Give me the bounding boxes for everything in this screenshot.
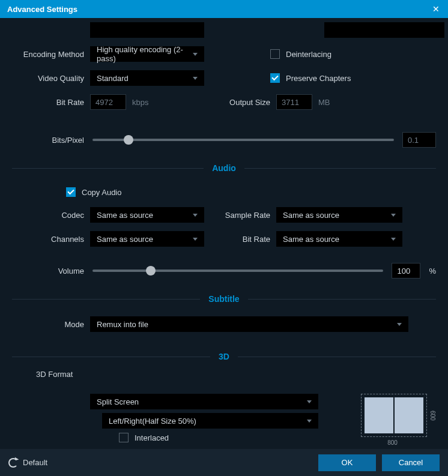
subtitle-mode-label: Mode: [12, 320, 84, 329]
sample-rate-select[interactable]: Same as source: [276, 207, 402, 223]
volume-slider[interactable]: [92, 270, 383, 272]
sample-rate-label: Sample Rate: [222, 211, 270, 220]
dialog-title: Advanced Settings: [7, 5, 77, 14]
chevron-down-icon: [193, 238, 198, 241]
bits-pixel-slider-thumb[interactable]: [124, 135, 133, 145]
deinterlacing-checkbox[interactable]: [270, 49, 280, 59]
deinterlacing-label: Deinterlacing: [286, 50, 331, 59]
chevron-down-icon: [391, 238, 396, 241]
chevron-down-icon: [193, 53, 198, 56]
ok-button[interactable]: OK: [318, 454, 376, 471]
copy-audio-checkbox[interactable]: [66, 187, 76, 197]
chevron-down-icon: [193, 214, 198, 217]
preview-width: 800: [387, 439, 398, 446]
audio-channels-select[interactable]: Same as source: [90, 231, 204, 247]
default-button[interactable]: Default: [8, 458, 47, 468]
copy-audio-label: Copy Audio: [82, 188, 122, 197]
chevron-down-icon: [397, 323, 402, 326]
bitrate-unit: kbps: [132, 98, 148, 107]
interlaced-label: Interlaced: [135, 433, 169, 442]
content-area: Encoding Method High quality encoding (2…: [0, 18, 448, 449]
bitrate-input[interactable]: 4972: [90, 94, 126, 110]
audio-channels-label: Channels: [12, 235, 84, 244]
volume-slider-thumb[interactable]: [146, 266, 156, 276]
3d-preview: 600 800: [349, 394, 436, 446]
bitrate-label: Bit Rate: [12, 98, 84, 107]
chevron-down-icon: [307, 400, 312, 403]
encoding-method-select[interactable]: High quality encoding (2-pass): [90, 46, 204, 62]
bits-pixel-label: Bits/Pixel: [12, 136, 84, 145]
output-size-unit: MB: [318, 98, 330, 107]
video-quality-select[interactable]: Standard: [90, 70, 204, 86]
footer: Default OK Cancel: [0, 449, 448, 476]
audio-section-header: Audio: [12, 163, 436, 173]
bits-pixel-slider[interactable]: [92, 139, 394, 141]
3d-format-select[interactable]: Split Screen: [90, 394, 318, 409]
interlaced-checkbox[interactable]: [119, 433, 129, 442]
subtitle-mode-select[interactable]: Remux into file: [90, 316, 408, 332]
clipped-select-left[interactable]: [90, 22, 204, 38]
close-icon[interactable]: ✕: [431, 4, 441, 14]
subtitle-section-header: Subtitle: [12, 294, 436, 304]
titlebar: Advanced Settings ✕: [0, 0, 448, 18]
cancel-button[interactable]: Cancel: [382, 454, 440, 471]
chevron-down-icon: [307, 420, 312, 423]
audio-codec-select[interactable]: Same as source: [90, 207, 204, 223]
output-size-input[interactable]: 3711: [276, 94, 312, 110]
chevron-down-icon: [391, 214, 396, 217]
audio-bitrate-select[interactable]: Same as source: [276, 231, 402, 247]
clipped-select-right[interactable]: [324, 22, 444, 38]
volume-unit: %: [429, 267, 436, 276]
preserve-chapters-checkbox[interactable]: [270, 73, 280, 83]
audio-codec-label: Codec: [12, 211, 84, 220]
preserve-chapters-label: Preserve Chapters: [286, 74, 351, 83]
encoding-method-label: Encoding Method: [12, 50, 84, 59]
output-size-label: Output Size: [222, 98, 270, 107]
3d-preview-box: [361, 394, 427, 437]
3d-format-label: 3D Format: [12, 370, 84, 379]
3d-section-header: 3D: [12, 352, 436, 361]
bits-pixel-input[interactable]: 0.1: [402, 132, 436, 148]
volume-label: Volume: [12, 267, 84, 276]
video-quality-label: Video Quality: [12, 74, 84, 83]
preview-height: 600: [429, 411, 436, 421]
volume-input[interactable]: 100: [392, 263, 420, 279]
chevron-down-icon: [193, 77, 198, 80]
3d-sub-select[interactable]: Left/Right(Half Size 50%): [102, 413, 318, 429]
audio-bitrate-label: Bit Rate: [222, 235, 270, 244]
reset-icon: [8, 458, 18, 468]
